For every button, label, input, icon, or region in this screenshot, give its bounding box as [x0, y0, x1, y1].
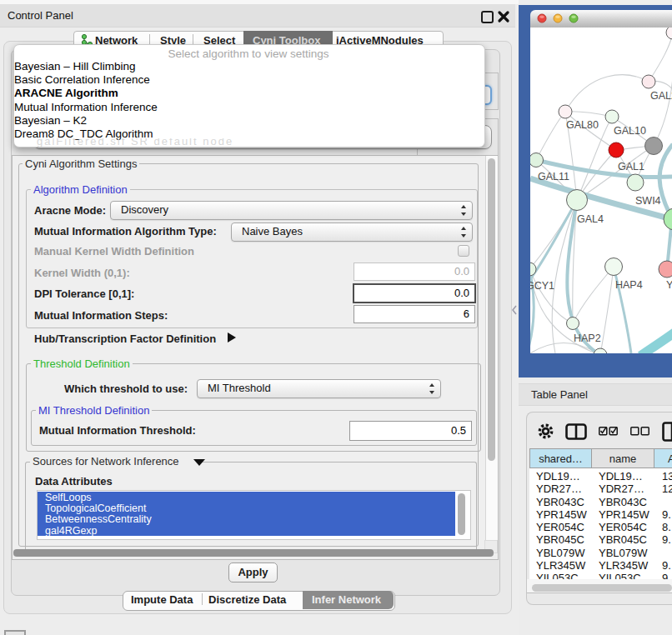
svg-text:GAL4: GAL4: [577, 213, 604, 225]
svg-text:GCY1: GCY1: [530, 280, 554, 292]
svg-text:GAL80: GAL80: [566, 119, 599, 131]
svg-text:SWI4: SWI4: [635, 195, 661, 207]
svg-text:GAL2: GAL2: [650, 90, 672, 102]
svg-text:GAL1: GAL1: [618, 161, 644, 172]
svg-text:Y: Y: [666, 279, 672, 291]
svg-text:GAL10: GAL10: [614, 125, 646, 137]
svg-text:GAL11: GAL11: [538, 171, 569, 182]
svg-text:HAP2: HAP2: [574, 332, 601, 344]
svg-text:HAP4: HAP4: [615, 279, 643, 291]
